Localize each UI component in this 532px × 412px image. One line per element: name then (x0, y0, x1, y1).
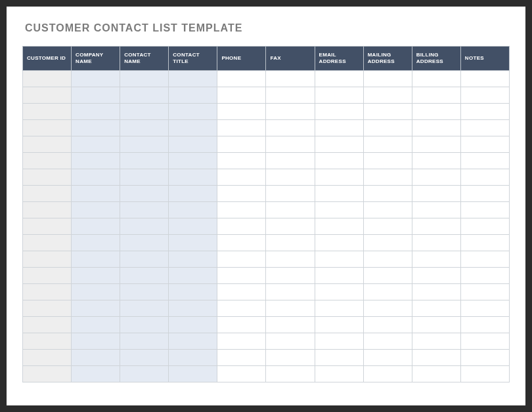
table-cell[interactable] (460, 284, 509, 300)
table-cell[interactable] (217, 268, 266, 284)
table-cell[interactable] (266, 317, 315, 333)
table-cell[interactable] (217, 235, 266, 251)
table-cell[interactable] (120, 300, 169, 317)
table-cell[interactable] (217, 186, 266, 202)
table-cell[interactable] (217, 284, 266, 300)
table-cell[interactable] (23, 366, 72, 382)
table-cell[interactable] (169, 202, 217, 218)
table-cell[interactable] (460, 218, 509, 235)
table-cell[interactable] (315, 366, 363, 382)
table-cell[interactable] (460, 251, 509, 268)
table-cell[interactable] (363, 366, 412, 382)
table-cell[interactable] (120, 186, 169, 202)
table-cell[interactable] (120, 153, 169, 169)
table-cell[interactable] (23, 284, 72, 300)
table-cell[interactable] (23, 71, 72, 87)
table-cell[interactable] (460, 153, 509, 169)
table-cell[interactable] (460, 87, 509, 104)
table-cell[interactable] (120, 251, 169, 268)
table-cell[interactable] (412, 300, 460, 317)
table-cell[interactable] (120, 87, 169, 104)
table-cell[interactable] (217, 104, 266, 120)
table-cell[interactable] (266, 218, 315, 235)
table-cell[interactable] (460, 235, 509, 251)
table-cell[interactable] (23, 87, 72, 104)
table-cell[interactable] (363, 284, 412, 300)
table-cell[interactable] (363, 71, 412, 87)
table-cell[interactable] (23, 317, 72, 333)
table-cell[interactable] (412, 333, 460, 350)
table-cell[interactable] (266, 87, 315, 104)
table-cell[interactable] (363, 186, 412, 202)
table-cell[interactable] (412, 104, 460, 120)
table-cell[interactable] (363, 120, 412, 136)
table-cell[interactable] (169, 235, 217, 251)
table-cell[interactable] (72, 71, 120, 87)
table-cell[interactable] (72, 136, 120, 153)
table-cell[interactable] (412, 186, 460, 202)
table-cell[interactable] (120, 104, 169, 120)
table-cell[interactable] (266, 333, 315, 350)
table-cell[interactable] (412, 120, 460, 136)
table-cell[interactable] (72, 333, 120, 350)
table-cell[interactable] (363, 350, 412, 366)
table-cell[interactable] (460, 268, 509, 284)
table-cell[interactable] (315, 284, 363, 300)
table-cell[interactable] (363, 202, 412, 218)
table-cell[interactable] (460, 333, 509, 350)
table-cell[interactable] (72, 300, 120, 317)
table-cell[interactable] (120, 235, 169, 251)
table-cell[interactable] (217, 136, 266, 153)
table-cell[interactable] (23, 186, 72, 202)
table-cell[interactable] (217, 350, 266, 366)
table-cell[interactable] (217, 300, 266, 317)
table-cell[interactable] (169, 218, 217, 235)
table-cell[interactable] (23, 350, 72, 366)
table-cell[interactable] (412, 136, 460, 153)
table-cell[interactable] (266, 153, 315, 169)
table-cell[interactable] (266, 186, 315, 202)
table-cell[interactable] (460, 136, 509, 153)
table-cell[interactable] (266, 104, 315, 120)
table-cell[interactable] (363, 251, 412, 268)
table-cell[interactable] (315, 350, 363, 366)
table-cell[interactable] (266, 300, 315, 317)
table-cell[interactable] (120, 120, 169, 136)
table-cell[interactable] (72, 153, 120, 169)
table-cell[interactable] (363, 317, 412, 333)
table-cell[interactable] (363, 87, 412, 104)
table-cell[interactable] (217, 317, 266, 333)
table-cell[interactable] (217, 333, 266, 350)
table-cell[interactable] (363, 104, 412, 120)
table-cell[interactable] (412, 218, 460, 235)
table-cell[interactable] (363, 300, 412, 317)
table-cell[interactable] (363, 235, 412, 251)
table-cell[interactable] (315, 251, 363, 268)
table-cell[interactable] (169, 120, 217, 136)
table-cell[interactable] (460, 104, 509, 120)
table-cell[interactable] (72, 218, 120, 235)
table-cell[interactable] (120, 333, 169, 350)
table-cell[interactable] (169, 317, 217, 333)
table-cell[interactable] (412, 87, 460, 104)
table-cell[interactable] (412, 153, 460, 169)
table-cell[interactable] (169, 104, 217, 120)
table-cell[interactable] (460, 366, 509, 382)
table-cell[interactable] (460, 300, 509, 317)
table-cell[interactable] (460, 202, 509, 218)
table-cell[interactable] (23, 218, 72, 235)
table-cell[interactable] (169, 268, 217, 284)
table-cell[interactable] (412, 251, 460, 268)
table-cell[interactable] (23, 300, 72, 317)
table-cell[interactable] (266, 71, 315, 87)
table-cell[interactable] (217, 71, 266, 87)
table-cell[interactable] (266, 120, 315, 136)
table-cell[interactable] (72, 284, 120, 300)
table-cell[interactable] (120, 268, 169, 284)
table-cell[interactable] (363, 333, 412, 350)
table-cell[interactable] (315, 218, 363, 235)
table-cell[interactable] (363, 136, 412, 153)
table-cell[interactable] (315, 104, 363, 120)
table-cell[interactable] (363, 153, 412, 169)
table-cell[interactable] (72, 251, 120, 268)
